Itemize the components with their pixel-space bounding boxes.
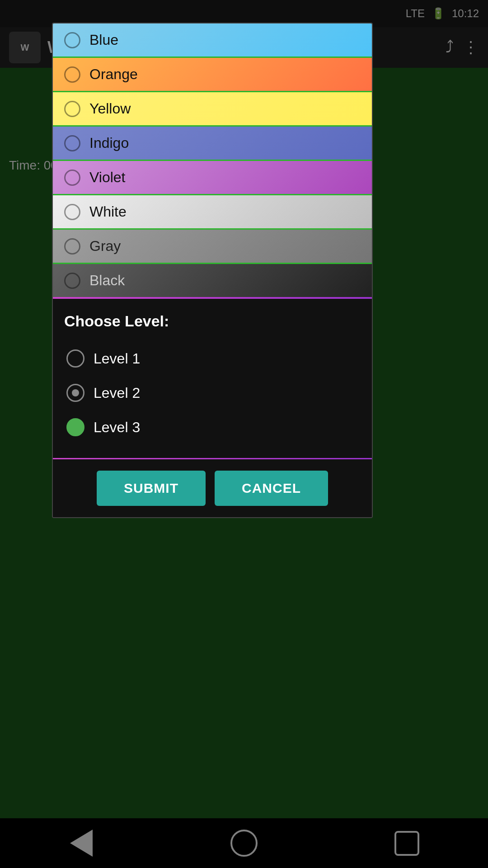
radio-orange	[64, 66, 80, 83]
radio-gray	[64, 238, 80, 255]
level-option-2[interactable]: Level 2	[64, 376, 361, 410]
level-label-3: Level 3	[94, 419, 140, 436]
color-label-blue: Blue	[89, 32, 118, 48]
color-label-white: White	[89, 203, 127, 220]
radio-level2	[66, 384, 84, 402]
color-option-violet[interactable]: Violet	[53, 161, 372, 195]
choose-level-heading: Choose Level:	[64, 312, 361, 330]
color-label-yellow: Yellow	[89, 100, 131, 117]
color-option-black[interactable]: Black	[53, 264, 372, 297]
color-option-orange[interactable]: Orange	[53, 58, 372, 92]
color-level-dialog: Blue Orange Yellow Indigo Violet White G…	[52, 23, 373, 518]
color-label-violet: Violet	[89, 169, 125, 186]
radio-blue	[64, 32, 80, 48]
radio-black	[64, 273, 80, 289]
dialog-button-row: SUBMIT CANCEL	[53, 459, 372, 517]
level-section: Choose Level: Level 1 Level 2 Level 3	[53, 299, 372, 458]
level-label-2: Level 2	[94, 385, 140, 401]
radio-indigo	[64, 135, 80, 151]
radio-white	[64, 204, 80, 220]
color-option-blue[interactable]: Blue	[53, 24, 372, 58]
color-option-yellow[interactable]: Yellow	[53, 92, 372, 127]
color-option-indigo[interactable]: Indigo	[53, 127, 372, 161]
level-option-3[interactable]: Level 3	[64, 410, 361, 444]
color-option-white[interactable]: White	[53, 195, 372, 230]
level-option-1[interactable]: Level 1	[64, 341, 361, 376]
color-label-orange: Orange	[89, 66, 138, 83]
color-label-indigo: Indigo	[89, 135, 129, 151]
radio-yellow	[64, 101, 80, 117]
cancel-button[interactable]: CANCEL	[215, 471, 328, 506]
color-label-gray: Gray	[89, 238, 121, 255]
radio-level3	[66, 418, 84, 436]
color-option-gray[interactable]: Gray	[53, 230, 372, 264]
radio-violet	[64, 170, 80, 186]
radio-level1	[66, 349, 84, 368]
level-label-1: Level 1	[94, 350, 140, 367]
color-label-black: Black	[89, 272, 125, 289]
submit-button[interactable]: SUBMIT	[97, 471, 206, 506]
